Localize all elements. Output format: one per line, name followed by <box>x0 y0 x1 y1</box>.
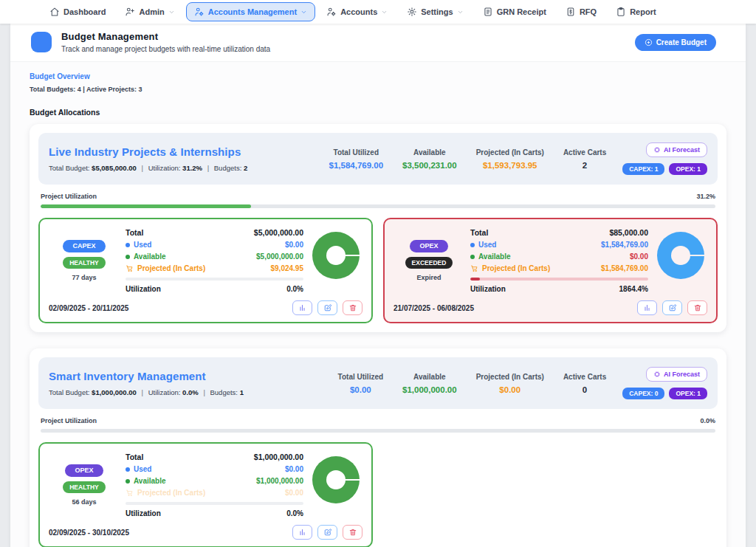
nav-item-admin[interactable]: Admin <box>117 2 182 21</box>
row-value: 0.0% <box>286 285 303 293</box>
budget-date-range: 02/09/2025 - 20/11/2025 <box>49 304 128 312</box>
nav-item-label: GRN Receipt <box>497 7 546 16</box>
delete-button[interactable] <box>343 300 362 315</box>
budget-utilization-track <box>126 278 303 281</box>
nav-item-report[interactable]: Report <box>608 2 664 21</box>
budget-date-range: 02/09/2025 - 30/10/2025 <box>49 529 129 537</box>
budget-card-footer: 02/09/2025 - 20/11/2025 <box>49 300 362 315</box>
row-total: Total $85,000.00 <box>470 228 648 237</box>
row-label: Utilization <box>126 285 161 293</box>
stat-active-carts: Active Carts 0 <box>563 373 606 394</box>
edit-button[interactable] <box>317 525 337 540</box>
budget-actions <box>637 300 707 315</box>
row-label: Utilization <box>126 509 161 517</box>
budget-status-badge: EXCEEDED <box>405 257 453 269</box>
stat-label: Projected (In Carts) <box>476 148 544 156</box>
row-label: Projected (In Carts) <box>137 264 205 272</box>
row-label: Projected (In Carts) <box>482 264 550 272</box>
type-badges: CAPEX: 1 OPEX: 1 <box>622 163 707 175</box>
edit-icon <box>323 303 332 312</box>
budget-status-badge: HEALTHY <box>63 481 106 493</box>
row-label: Utilization <box>470 285 506 293</box>
capex-count-badge: CAPEX: 1 <box>622 163 664 175</box>
project-header-actions: AI Forecast CAPEX: 0 OPEX: 1 <box>622 367 707 399</box>
bar-chart-icon <box>643 303 652 312</box>
budget-days-left: 56 days <box>72 498 96 506</box>
row-utilization: Utilization 1864.4% <box>470 285 648 293</box>
row-value: 0.0% <box>286 509 303 517</box>
ai-forecast-label: AI Forecast <box>664 146 700 154</box>
budget-type-badge: OPEX <box>65 464 103 477</box>
create-budget-label: Create Budget <box>656 38 707 47</box>
nav-item-accounts[interactable]: Accounts <box>318 2 396 21</box>
stat-value: $1,000,000.00 <box>402 385 457 394</box>
stat-label: Total Utilized <box>338 373 383 381</box>
analytics-button[interactable] <box>292 525 312 540</box>
stat-value: $1,593,793.95 <box>476 161 544 170</box>
opex-count-badge: OPEX: 1 <box>669 163 707 175</box>
budget-card-top: CAPEX HEALTHY 77 days Total $5,000,000.0… <box>49 227 362 293</box>
row-value: $5,000,000.00 <box>254 228 303 237</box>
row-value: $85,000.00 <box>609 228 648 237</box>
budget-figures: Total $1,000,000.00 Used $0.00 Available… <box>126 453 303 517</box>
meta-label: Budgets: <box>214 164 242 172</box>
stat-value: $0.00 <box>476 385 544 394</box>
stat-label: Available <box>402 373 457 381</box>
budget-overview-block: Budget Overview Total Budgets: 4 | Activ… <box>10 62 746 93</box>
project-stats: Total Utilized $1,584,769.00 Available $… <box>329 148 607 170</box>
nav-item-dashboard[interactable]: Dashboard <box>41 2 114 21</box>
brain-icon <box>653 371 661 378</box>
budget-type-badge: OPEX <box>410 240 447 252</box>
nav-item-accounts-management[interactable]: Accounts Management <box>186 2 315 21</box>
bar-chart-icon <box>298 528 307 537</box>
create-budget-button[interactable]: Create Budget <box>635 34 716 51</box>
empty-grid-cell <box>383 442 718 547</box>
budget-card: OPEX HEALTHY 56 days Total $1,000,000.00… <box>38 442 373 547</box>
meta-value: 1 <box>240 388 244 396</box>
stat-label: Active Carts <box>563 148 606 156</box>
page-subtitle: Track and manage project budgets with re… <box>61 45 270 53</box>
stat-total-utilized: Total Utilized $0.00 <box>338 373 383 394</box>
budget-actions <box>292 525 362 540</box>
stat-total-utilized: Total Utilized $1,584,769.00 <box>329 148 384 170</box>
edit-button[interactable] <box>317 300 337 315</box>
row-used: Used $1,584,769.00 <box>470 241 648 249</box>
cart-icon <box>126 264 134 272</box>
nav-item-label: Settings <box>421 7 453 16</box>
budget-overview-link[interactable]: Budget Overview <box>30 72 90 80</box>
nav-item-settings[interactable]: Settings <box>399 2 471 21</box>
meta-value: $5,085,000.00 <box>92 164 137 172</box>
budget-card: CAPEX HEALTHY 77 days Total $5,000,000.0… <box>38 218 373 323</box>
budget-donut-chart <box>312 232 360 279</box>
nav-item-rfq[interactable]: RFQ <box>557 2 605 21</box>
ai-forecast-button[interactable]: AI Forecast <box>646 367 707 382</box>
budget-card-top: OPEX EXCEEDED Expired Total $85,000.00 U… <box>394 227 707 293</box>
meta-value: 0.0% <box>182 388 199 396</box>
edit-button[interactable] <box>662 300 682 315</box>
analytics-button[interactable] <box>292 300 312 315</box>
row-used: Used $0.00 <box>126 465 303 473</box>
doc-dollar-icon <box>566 7 576 17</box>
row-value: 1864.4% <box>619 285 648 293</box>
row-projected: Projected (In Carts) $9,024.95 <box>126 264 303 272</box>
analytics-button[interactable] <box>637 300 657 315</box>
row-utilization: Utilization 0.0% <box>126 285 303 293</box>
row-value: $0.00 <box>285 465 303 473</box>
nav-item-label: Accounts Management <box>208 7 297 16</box>
meta-label: Total Budget: <box>49 164 89 172</box>
budget-type-badge: CAPEX <box>63 240 105 252</box>
bar-chart-icon <box>298 303 307 312</box>
ai-forecast-button[interactable]: AI Forecast <box>646 142 707 157</box>
edit-icon <box>323 528 332 537</box>
stat-value: 0 <box>563 385 606 394</box>
project-card: Smart Inventory Management Total Budget:… <box>30 348 726 547</box>
meta-value: $1,000,000.00 <box>92 388 137 396</box>
delete-button[interactable] <box>687 300 707 315</box>
chevron-down-icon <box>168 9 175 16</box>
row-projected: Projected (In Carts) $1,584,769.00 <box>470 264 648 272</box>
delete-button[interactable] <box>343 525 362 540</box>
stat-label: Active Carts <box>563 373 606 381</box>
utilization-label: Project Utilization <box>41 193 97 200</box>
nav-item-grn-receipt[interactable]: GRN Receipt <box>475 2 554 21</box>
row-label: Available <box>478 252 511 261</box>
